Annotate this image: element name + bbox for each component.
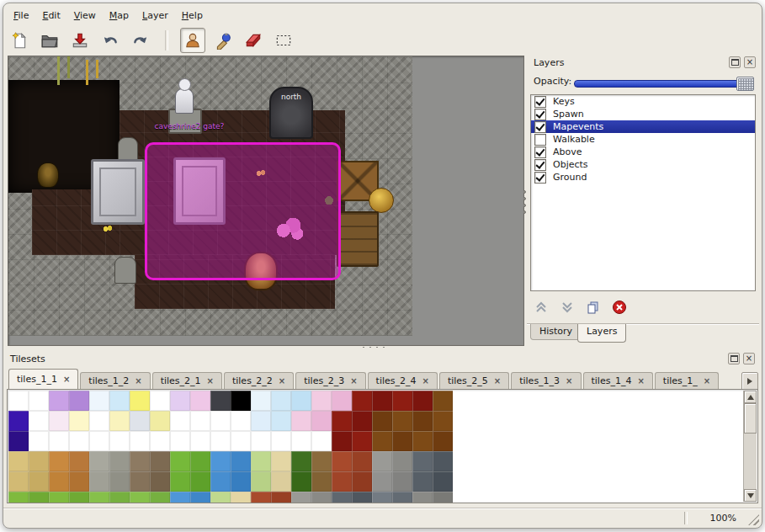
move-layer-down-button[interactable]: [558, 298, 576, 317]
close-tab-icon[interactable]: ×: [637, 377, 644, 386]
tile-4-2[interactable]: [49, 471, 69, 492]
close-panel-button[interactable]: ×: [743, 353, 755, 364]
close-tab-icon[interactable]: ×: [494, 377, 501, 386]
tile-4-7[interactable]: [150, 471, 170, 492]
tab-history[interactable]: History: [530, 324, 582, 340]
tile-2-15[interactable]: [311, 431, 332, 451]
tileset-tab-tiles_2_3[interactable]: tiles_2_3×: [295, 372, 365, 389]
tile-1-9[interactable]: [190, 411, 210, 431]
opacity-slider-handle[interactable]: [736, 77, 754, 91]
tile-1-12[interactable]: [251, 411, 271, 431]
tile-2-13[interactable]: [271, 431, 291, 451]
tileset-tab-tiles_1_1[interactable]: tiles_1_1×: [8, 369, 78, 389]
tile-1-5[interactable]: [109, 411, 130, 431]
rect-select-tool-button[interactable]: [271, 28, 296, 53]
tile-0-20[interactable]: [412, 391, 433, 411]
tile-2-14[interactable]: [291, 431, 311, 451]
tile-1-17[interactable]: [352, 411, 372, 431]
tile-0-11[interactable]: [231, 391, 251, 411]
tile-3-9[interactable]: [190, 451, 210, 471]
tile-3-20[interactable]: [412, 451, 433, 471]
tile-5-21[interactable]: [433, 492, 453, 503]
tile-3-19[interactable]: [392, 451, 412, 471]
layer-visibility-checkbox[interactable]: [534, 96, 546, 108]
tile-5-0[interactable]: [8, 492, 29, 503]
tile-3-6[interactable]: [130, 451, 150, 471]
close-tab-icon[interactable]: ×: [279, 377, 285, 386]
tileset-tab-tiles_1_4[interactable]: tiles_1_4×: [583, 372, 653, 389]
tile-4-8[interactable]: [170, 471, 190, 492]
tileset-tab-tiles_2_1[interactable]: tiles_2_1×: [152, 372, 222, 389]
tile-4-1[interactable]: [29, 471, 49, 492]
tile-5-7[interactable]: [150, 492, 170, 503]
tileset-scrollbar[interactable]: [743, 391, 757, 502]
tile-5-13[interactable]: [271, 492, 291, 503]
tile-5-16[interactable]: [332, 492, 352, 503]
tile-1-10[interactable]: [210, 411, 231, 431]
selection-rect[interactable]: [145, 142, 341, 280]
tile-1-13[interactable]: [271, 411, 291, 431]
float-panel-button[interactable]: [729, 56, 741, 68]
layer-row-keys[interactable]: Keys: [531, 95, 755, 108]
tile-5-14[interactable]: [291, 492, 311, 503]
close-tab-icon[interactable]: ×: [350, 377, 357, 386]
menu-help[interactable]: Help: [175, 8, 210, 24]
map-canvas[interactable]: north caveshrine2 gate?: [8, 56, 412, 336]
tile-1-19[interactable]: [392, 411, 412, 431]
tab-scroll-right-button[interactable]: [741, 372, 758, 391]
tile-3-14[interactable]: [291, 451, 311, 471]
tile-3-16[interactable]: [332, 451, 352, 471]
tile-5-12[interactable]: [251, 492, 271, 503]
tile-0-19[interactable]: [392, 391, 412, 411]
tile-0-0[interactable]: [8, 391, 29, 411]
tileset-view[interactable]: [7, 389, 758, 503]
paint-fill-tool-button[interactable]: [210, 28, 236, 53]
tile-1-11[interactable]: [231, 411, 251, 431]
tile-4-10[interactable]: [210, 471, 231, 492]
close-tab-icon[interactable]: ×: [422, 377, 428, 386]
tile-2-8[interactable]: [170, 431, 190, 451]
tile-3-13[interactable]: [271, 451, 291, 471]
layer-row-mapevents[interactable]: Mapevents: [531, 120, 755, 133]
tile-3-4[interactable]: [89, 451, 109, 471]
tile-0-17[interactable]: [352, 391, 372, 411]
tile-4-4[interactable]: [89, 471, 109, 492]
tile-0-1[interactable]: [29, 391, 49, 411]
tile-1-4[interactable]: [89, 411, 109, 431]
tile-3-0[interactable]: [8, 451, 29, 471]
tile-5-1[interactable]: [29, 492, 49, 503]
tile-0-14[interactable]: [291, 391, 311, 411]
tile-1-7[interactable]: [150, 411, 170, 431]
tile-5-20[interactable]: [412, 492, 433, 503]
layer-row-walkable[interactable]: Walkable: [531, 133, 755, 146]
tile-4-18[interactable]: [372, 471, 392, 492]
tile-2-10[interactable]: [210, 431, 231, 451]
tile-2-16[interactable]: [332, 431, 352, 451]
tile-4-5[interactable]: [109, 471, 130, 492]
new-file-button[interactable]: [7, 28, 32, 53]
close-tab-icon[interactable]: ×: [207, 377, 214, 386]
tile-3-18[interactable]: [372, 451, 392, 471]
tile-0-18[interactable]: [372, 391, 392, 411]
tile-5-15[interactable]: [311, 492, 332, 503]
menu-file[interactable]: File: [7, 8, 35, 24]
scroll-down-button[interactable]: [744, 489, 757, 502]
tile-2-0[interactable]: [8, 431, 29, 451]
layer-visibility-checkbox[interactable]: [534, 121, 546, 133]
tile-5-9[interactable]: [190, 492, 210, 503]
tile-1-3[interactable]: [69, 411, 89, 431]
tile-0-5[interactable]: [109, 391, 130, 411]
tileset-tab-tiles_2_5[interactable]: tiles_2_5×: [439, 372, 509, 389]
tile-3-2[interactable]: [49, 451, 69, 471]
tile-0-2[interactable]: [49, 391, 69, 411]
tile-4-17[interactable]: [352, 471, 372, 492]
tile-1-15[interactable]: [311, 411, 332, 431]
horizontal-splitter-handle[interactable]: [360, 345, 385, 349]
tile-3-7[interactable]: [150, 451, 170, 471]
person-stamp-tool-button[interactable]: [180, 28, 205, 53]
tile-2-11[interactable]: [231, 431, 251, 451]
tile-3-8[interactable]: [170, 451, 190, 471]
tile-2-1[interactable]: [29, 431, 49, 451]
close-tab-icon[interactable]: ×: [566, 377, 572, 386]
tile-0-3[interactable]: [69, 391, 89, 411]
